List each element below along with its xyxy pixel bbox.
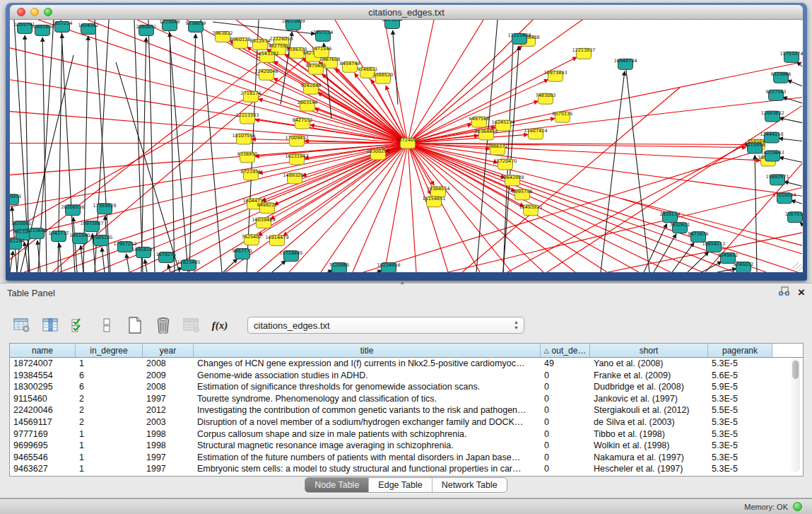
table-row[interactable]: 946362711997Embryonic stem cells: a mode…	[10, 463, 803, 475]
table-cell[interactable]: 0	[541, 416, 590, 428]
column-header-year[interactable]: year	[143, 344, 194, 357]
tab-edge-table[interactable]: Edge Table	[368, 478, 431, 492]
table-cell[interactable]: 0	[541, 452, 590, 464]
table-cell[interactable]: 5.9E-5	[708, 381, 772, 393]
table-cell[interactable]: 1	[76, 358, 143, 370]
table-cell[interactable]: Nakamura et al. (1997)	[590, 452, 708, 464]
table-cell[interactable]: 5.3E-5	[708, 463, 772, 475]
table-cell[interactable]: 6	[76, 370, 143, 382]
table-cell[interactable]: 5.3E-5	[708, 452, 772, 464]
table-row[interactable]: 1938455462009Genome-wide association stu…	[10, 370, 803, 382]
unselect-all-columns-icon[interactable]	[98, 316, 116, 334]
table-cell[interactable]: Tibbo et al. (1998)	[590, 428, 708, 440]
panel-splitter-handle[interactable]: ▴	[401, 279, 404, 286]
table-cell[interactable]: 0	[541, 393, 590, 405]
select-all-columns-icon[interactable]	[69, 316, 88, 334]
table-vertical-scrollbar[interactable]	[791, 359, 800, 472]
table-cell[interactable]: 5.5E-5	[708, 404, 772, 416]
table-cell[interactable]: Disruption of a novel member of a sodium…	[194, 416, 541, 428]
table-cell[interactable]: 2	[76, 393, 143, 405]
column-header-pagerank[interactable]: pagerank	[708, 344, 772, 357]
table-cell[interactable]: Estimation of the future numbers of pati…	[194, 452, 541, 464]
table-cell[interactable]: Embryonic stem cells: a model to study s…	[194, 463, 541, 475]
create-table-icon[interactable]	[126, 316, 144, 334]
table-cell[interactable]: Investigating the contribution of common…	[194, 404, 541, 416]
column-header-title[interactable]: title	[194, 344, 541, 357]
memory-status-icon[interactable]	[793, 502, 802, 511]
table-cell[interactable]: Dudbridge et al. (2008)	[590, 381, 708, 393]
table-cell[interactable]: 0	[541, 370, 590, 382]
delete-table-icon[interactable]	[154, 316, 172, 334]
table-cell[interactable]: 18724007	[10, 358, 76, 370]
table-cell[interactable]: 19384554	[10, 370, 76, 382]
table-cell[interactable]: 0	[541, 404, 590, 416]
table-cell[interactable]: Tourette syndrome. Phenomenology and cla…	[194, 393, 541, 405]
table-cell[interactable]: 6	[76, 381, 143, 393]
table-cell[interactable]: 2008	[143, 381, 194, 393]
table-cell[interactable]: 9777169	[10, 428, 76, 440]
tab-node-table[interactable]: Node Table	[305, 478, 368, 492]
resize-grip[interactable]	[793, 262, 803, 271]
function-builder-icon[interactable]: f(x)	[211, 316, 229, 334]
table-cell[interactable]: 2	[76, 416, 143, 428]
table-row[interactable]: 911546021997Tourette syndrome. Phenomeno…	[10, 393, 803, 405]
network-canvas[interactable]: 1872400779638228960128891293422226058982…	[10, 20, 803, 272]
table-cell[interactable]: 1	[76, 440, 143, 452]
table-cell[interactable]: 18300295	[10, 381, 76, 393]
table-cell[interactable]: Corpus callosum shape and size in male p…	[194, 428, 541, 440]
minimize-window-button[interactable]	[30, 8, 39, 16]
table-cell[interactable]: 1997	[143, 452, 194, 464]
column-header-short[interactable]: short	[590, 344, 708, 357]
table-cell[interactable]: 14569117	[10, 416, 76, 428]
table-cell[interactable]: Stergiakouli et al. (2012)	[590, 404, 708, 416]
table-cell[interactable]: 1	[76, 463, 143, 475]
column-header-in_degree[interactable]: in_degree	[76, 344, 143, 357]
table-row[interactable]: 946554611997Estimation of the future num…	[10, 452, 803, 464]
table-cell[interactable]: 9463627	[10, 463, 76, 475]
table-cell[interactable]: 22420046	[10, 404, 76, 416]
table-cell[interactable]: 5.6E-5	[708, 370, 772, 382]
table-cell[interactable]: Structural magnetic resonance image aver…	[194, 440, 541, 452]
table-cell[interactable]: 1998	[143, 428, 194, 440]
table-row[interactable]: 1872400712008Changes of HCN gene express…	[10, 358, 803, 370]
table-cell[interactable]: 0	[541, 428, 590, 440]
table-cell[interactable]: 2003	[143, 416, 194, 428]
table-cell[interactable]: Estimation of significance thresholds fo…	[194, 381, 541, 393]
window-titlebar[interactable]: citations_edges.txt	[10, 5, 803, 20]
table-row[interactable]: 977716911998Corpus callosum shape and si…	[10, 428, 803, 440]
import-table-icon[interactable]	[182, 316, 201, 334]
table-cell[interactable]: Jankovic et al. (1997)	[590, 393, 708, 405]
table-cell[interactable]: 9115460	[10, 393, 76, 405]
table-cell[interactable]: 5.3E-5	[708, 358, 772, 370]
table-settings-icon[interactable]	[13, 316, 31, 334]
tab-network-table[interactable]: Network Table	[432, 478, 507, 492]
table-cell[interactable]: 5.3E-5	[708, 393, 772, 405]
table-cell[interactable]: Wolkin et al. (1998)	[590, 440, 708, 452]
table-cell[interactable]: 0	[541, 463, 590, 475]
table-row[interactable]: 2242004622012Investigating the contribut…	[10, 404, 803, 416]
table-cell[interactable]: 2009	[143, 370, 194, 382]
table-cell[interactable]: 1	[76, 428, 143, 440]
table-cell[interactable]: 1997	[143, 393, 194, 405]
table-cell[interactable]: 9465546	[10, 452, 76, 464]
float-panel-icon[interactable]	[779, 286, 789, 299]
table-row[interactable]: 969969511998Structural magnetic resonanc…	[10, 440, 803, 452]
table-row[interactable]: 1830029562008Estimation of significance …	[10, 381, 803, 393]
table-cell[interactable]: 1	[76, 452, 143, 464]
show-columns-icon[interactable]	[41, 316, 59, 334]
table-cell[interactable]: 9699695	[10, 440, 76, 452]
column-header-name[interactable]: name	[10, 344, 76, 357]
table-cell[interactable]: 2012	[143, 404, 194, 416]
table-cell[interactable]: Yano et al. (2008)	[590, 358, 708, 370]
table-cell[interactable]: 2	[76, 404, 143, 416]
scrollbar-thumb[interactable]	[792, 361, 799, 379]
table-cell[interactable]: 1997	[143, 463, 194, 475]
table-cell[interactable]: 5.3E-5	[708, 440, 772, 452]
table-row[interactable]: 1456911722003Disruption of a novel membe…	[10, 416, 803, 428]
table-cell[interactable]: 2008	[143, 358, 194, 370]
table-cell[interactable]: 49	[541, 358, 590, 370]
table-cell[interactable]: Changes of HCN gene expression and I(f) …	[194, 358, 541, 370]
close-window-button[interactable]	[17, 8, 25, 16]
table-cell[interactable]: 5.3E-5	[708, 428, 772, 440]
table-cell[interactable]: de Silva et al. (2003)	[590, 416, 708, 428]
